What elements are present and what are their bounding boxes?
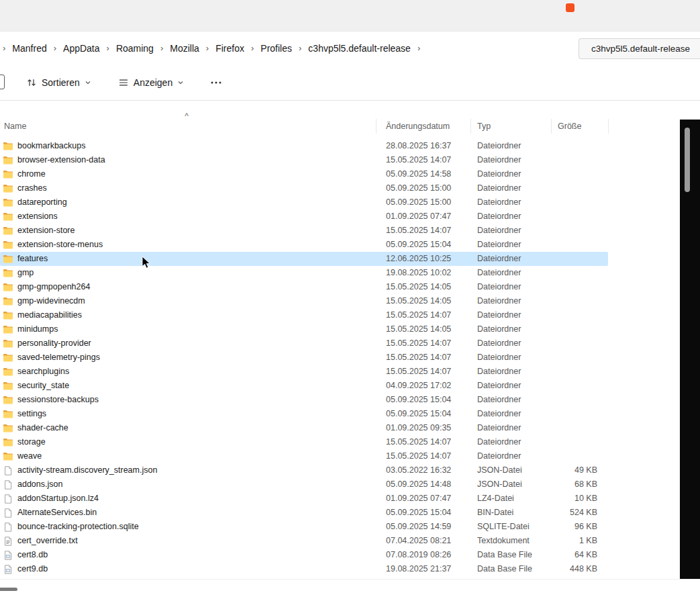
column-header-date[interactable]: Änderungsdatum: [377, 119, 471, 134]
folder-icon: [3, 282, 13, 293]
file-date: 15.05.2025 14:07: [377, 449, 471, 463]
folder-icon: [3, 254, 13, 265]
table-row[interactable]: bounce-tracking-protection.sqlite 05.09.…: [0, 520, 608, 534]
folder-icon: [3, 296, 13, 307]
file-size: [552, 435, 608, 449]
table-row[interactable]: addons.json 05.09.2025 14:48 JSON-Datei …: [0, 477, 608, 492]
breadcrumb-item[interactable]: Mozilla: [166, 41, 203, 56]
table-row[interactable]: activity-stream.discovery_stream.json 03…: [0, 463, 608, 477]
file-type: Dateiordner: [471, 365, 552, 379]
view-button[interactable]: Anzeigen: [112, 73, 190, 93]
table-row[interactable]: sessionstore-backups 05.09.2025 15:04 Da…: [0, 393, 608, 407]
file-name: extensions: [17, 210, 58, 224]
file-type: Dateiordner: [471, 210, 552, 224]
table-row[interactable]: cert9.db 19.08.2025 21:37 Data Base File…: [0, 562, 608, 576]
file-name: chrome: [17, 167, 46, 181]
breadcrumb-item[interactable]: Roaming: [112, 41, 158, 56]
file-type: Dateiordner: [471, 294, 552, 308]
file-size: [552, 336, 608, 351]
breadcrumb-item[interactable]: AppData: [59, 41, 103, 56]
table-row[interactable]: cert_override.txt 07.04.2025 08:21 Textd…: [0, 534, 608, 548]
file-type: BIN-Datei: [471, 506, 552, 520]
table-row[interactable]: storage 15.05.2025 14:07 Dateiordner: [0, 435, 608, 449]
file-icon: [3, 465, 13, 476]
table-row[interactable]: AlternateServices.bin 05.09.2025 15:04 B…: [0, 506, 608, 520]
more-options-button[interactable]: [206, 73, 226, 93]
file-type: Dateiordner: [471, 435, 552, 449]
table-row[interactable]: bookmarkbackups 28.08.2025 16:37 Dateior…: [0, 139, 608, 153]
file-size: [552, 139, 608, 153]
file-name: gmp: [17, 266, 34, 280]
breadcrumb-item[interactable]: Profiles: [256, 41, 296, 56]
table-row[interactable]: browser-extension-data 15.05.2025 14:07 …: [0, 153, 608, 167]
breadcrumb-item[interactable]: c3hvp5l5.default-release: [304, 41, 415, 56]
file-name: weave: [17, 449, 42, 463]
file-name: gmp-gmpopenh264: [17, 280, 90, 294]
table-row[interactable]: mediacapabilities 15.05.2025 14:07 Datei…: [0, 308, 608, 322]
file-name: shader-cache: [17, 421, 68, 435]
file-type: Dateiordner: [471, 167, 552, 181]
table-row[interactable]: cert8.db 07.08.2019 08:26 Data Base File…: [0, 548, 608, 562]
column-header-type[interactable]: Typ: [471, 119, 552, 134]
file-name: AlternateServices.bin: [17, 506, 97, 520]
table-row[interactable]: gmp-widevinecdm 15.05.2025 14:05 Dateior…: [0, 294, 608, 308]
table-row[interactable]: extensions 01.09.2025 07:47 Dateiordner: [0, 210, 608, 224]
file-size: [552, 351, 608, 365]
file-type: JSON-Datei: [471, 463, 552, 477]
table-row[interactable]: addonStartup.json.lz4 01.09.2025 07:47 L…: [0, 492, 608, 506]
file-name: mediacapabilities: [17, 308, 82, 322]
file-size: 448 KB: [552, 562, 608, 576]
file-size: [552, 393, 608, 407]
file-size: [552, 224, 608, 238]
table-row[interactable]: weave 15.05.2025 14:07 Dateiordner: [0, 449, 608, 463]
column-header-size[interactable]: Größe: [552, 119, 609, 134]
file-date: 15.05.2025 14:07: [377, 308, 471, 322]
chevron-down-icon: [85, 79, 91, 86]
file-type: LZ4-Datei: [471, 492, 552, 506]
table-row[interactable]: features 12.06.2025 10:25 Dateiordner: [0, 252, 608, 266]
breadcrumb-item[interactable]: Manfred: [8, 41, 50, 56]
folder-icon: [3, 197, 13, 208]
column-header-name[interactable]: Name: [0, 119, 377, 134]
file-size: [552, 308, 608, 322]
file-size: [552, 153, 608, 167]
file-type: Dateiordner: [471, 407, 552, 421]
horizontal-scrollbar-fragment[interactable]: [0, 588, 17, 591]
table-row[interactable]: crashes 05.09.2025 15:00 Dateiordner: [0, 181, 608, 195]
file-icon: [3, 508, 13, 518]
vertical-scrollbar-thumb[interactable]: [685, 128, 690, 192]
file-type: Data Base File: [471, 548, 552, 562]
table-row[interactable]: security_state 04.09.2025 17:02 Dateiord…: [0, 379, 608, 393]
table-row[interactable]: datareporting 05.09.2025 15:00 Dateiordn…: [0, 195, 608, 210]
table-row[interactable]: gmp-gmpopenh264 15.05.2025 14:05 Dateior…: [0, 280, 608, 294]
table-row[interactable]: gmp 19.08.2025 10:02 Dateiordner: [0, 266, 608, 280]
file-name: datareporting: [17, 195, 67, 210]
toolbar: Sortieren Anzeigen: [0, 64, 700, 101]
table-row[interactable]: extension-store-menus 05.09.2025 15:04 D…: [0, 238, 608, 252]
folder-icon: [3, 183, 13, 194]
table-row[interactable]: personality-provider 15.05.2025 14:07 Da…: [0, 336, 608, 351]
table-row[interactable]: minidumps 15.05.2025 14:05 Dateiordner: [0, 322, 608, 336]
file-type: Dateiordner: [471, 266, 552, 280]
file-size: [552, 449, 608, 463]
file-name: addons.json: [17, 477, 62, 492]
table-row[interactable]: shader-cache 01.09.2025 09:35 Dateiordne…: [0, 421, 608, 435]
address-box[interactable]: c3hvp5l5.default-release: [579, 38, 700, 59]
sort-button[interactable]: Sortieren: [20, 73, 97, 93]
file-date: 05.09.2025 15:04: [377, 238, 471, 252]
chevron-right-icon: ›: [299, 43, 301, 53]
folder-icon: [3, 212, 13, 222]
file-type: SQLITE-Datei: [471, 520, 552, 534]
table-row[interactable]: extension-store 15.05.2025 14:07 Dateior…: [0, 224, 608, 238]
file-name: cert8.db: [17, 548, 48, 562]
view-label: Anzeigen: [134, 77, 172, 88]
table-row[interactable]: searchplugins 15.05.2025 14:07 Dateiordn…: [0, 365, 608, 379]
chevron-right-icon: ›: [54, 43, 56, 53]
file-type: Dateiordner: [471, 139, 552, 153]
table-row[interactable]: saved-telemetry-pings 15.05.2025 14:07 D…: [0, 351, 608, 365]
table-row[interactable]: settings 05.09.2025 15:04 Dateiordner: [0, 407, 608, 421]
breadcrumb-item[interactable]: Firefox: [211, 41, 248, 56]
table-row[interactable]: chrome 05.09.2025 14:58 Dateiordner: [0, 167, 608, 181]
file-type: Dateiordner: [471, 322, 552, 336]
file-type: Dateiordner: [471, 252, 552, 266]
